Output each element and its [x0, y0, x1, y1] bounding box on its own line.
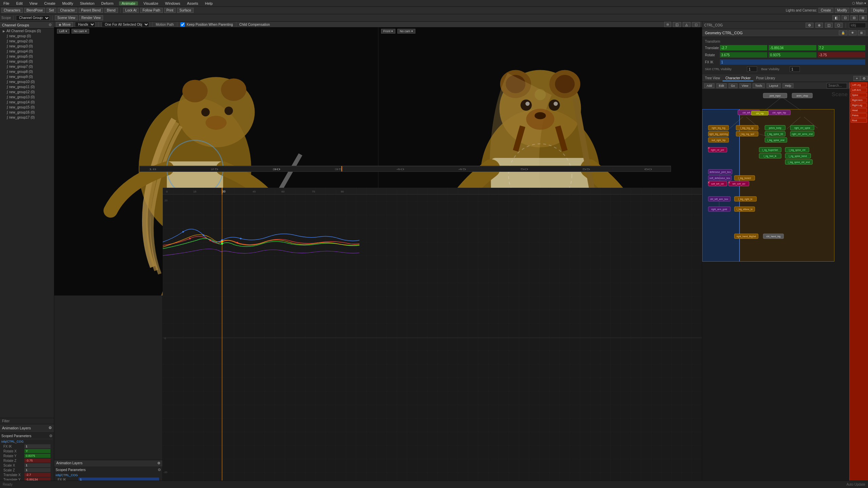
list-item[interactable]: ∫ new_group16 (0) — [0, 110, 54, 115]
viewport-icon-2[interactable]: ◫ — [673, 22, 681, 27]
menu-animate[interactable]: Animate — [119, 1, 138, 5]
create-button[interactable]: Create — [818, 8, 833, 13]
geo-icon-expand[interactable]: ⊞ — [858, 30, 865, 35]
scoped-settings-icon[interactable]: ⚙ — [158, 468, 161, 472]
list-item[interactable]: ∫ new_group (0) — [0, 34, 54, 39]
left-cam-button[interactable]: Left ▾ — [57, 29, 70, 34]
list-item[interactable]: ∫ new_group12 (0) — [0, 89, 54, 95]
front-cam-button[interactable]: Front ▾ — [381, 29, 396, 34]
handle-mode-select[interactable]: Handle Mode — [75, 22, 95, 27]
characters-button[interactable]: Characters — [1, 8, 23, 13]
list-item[interactable]: ∫ new_group14 (0) — [0, 100, 54, 105]
list-item[interactable]: ∫ new_group17 (0) — [0, 115, 54, 120]
anim-layers-bottom-settings[interactable]: ⚙ — [157, 461, 160, 465]
menu-skeleton[interactable]: Skeleton — [79, 1, 96, 5]
channel-groups-settings[interactable]: ⚙ — [48, 23, 52, 27]
right-icon-1[interactable]: ⚙ — [806, 23, 813, 28]
list-item[interactable]: ∫ new_group5 (0) — [0, 54, 54, 59]
character-button[interactable]: Character — [58, 8, 77, 13]
scene-view-tab[interactable]: Scene View — [55, 15, 78, 20]
rotate-y-field[interactable]: 0.9375 — [769, 52, 816, 58]
tab-charpicker[interactable]: Character Picker — [723, 76, 753, 81]
menu-visualize[interactable]: Visualize — [142, 1, 160, 5]
node-graph[interactable]: Add Edit Go View Tools Layout Help ⊕ ⊟ S… — [702, 82, 868, 488]
node-graph-add[interactable]: + — [853, 76, 860, 81]
node-go-btn[interactable]: Go — [729, 83, 737, 88]
one-for-all-select[interactable]: One For All Selected Objects — [102, 22, 149, 27]
list-item[interactable]: ∫ new_group11 (0) — [0, 84, 54, 89]
move-button[interactable]: ◈ Move — [56, 22, 73, 27]
fxik-field[interactable]: 1 — [720, 59, 865, 65]
skirt-val-input[interactable] — [747, 66, 757, 72]
left-nocam-button[interactable]: No cam ▾ — [72, 29, 90, 34]
cam-icon-2[interactable]: ⊡ — [842, 15, 849, 20]
blendpose-button[interactable]: BlendPose — [24, 8, 45, 13]
menu-help[interactable]: Help — [204, 1, 214, 5]
cam-icon-1[interactable]: ◧ — [832, 15, 840, 20]
menu-edit[interactable]: Edit — [15, 1, 24, 5]
render-view-tab[interactable]: Render View — [79, 15, 103, 20]
anim-layers-settings-icon[interactable]: ⚙ — [48, 426, 52, 430]
node-view-btn[interactable]: View — [739, 83, 751, 88]
node-tools-btn[interactable]: Tools — [753, 83, 765, 88]
bear-val-input[interactable] — [790, 66, 800, 72]
channel-groups-select[interactable]: Channel Groups — [16, 15, 50, 21]
node-help-btn[interactable]: Help — [783, 83, 794, 88]
search-input-right[interactable] — [849, 23, 866, 28]
display-button[interactable]: Display — [851, 8, 867, 13]
translate-y-field[interactable]: -5.89134 — [769, 45, 816, 50]
translate-z-field[interactable]: 7.2 — [818, 45, 865, 50]
set-button[interactable]: Set — [46, 8, 56, 13]
node-search[interactable] — [827, 83, 847, 88]
follow-path-button[interactable]: Follow Path — [140, 8, 162, 13]
menu-modify[interactable]: Modify — [61, 1, 74, 5]
cam-icon-4[interactable]: ⊞ — [859, 15, 867, 20]
tab-treeview[interactable]: Tree View — [702, 76, 723, 81]
menu-file[interactable]: File — [2, 1, 11, 5]
blend-button[interactable]: Blend — [104, 8, 118, 13]
tab-poselibrary[interactable]: Pose Library — [753, 76, 778, 81]
viewport-icon-1[interactable]: ⧈ — [664, 22, 671, 27]
modify-button[interactable]: Modify — [835, 8, 849, 13]
list-item[interactable]: ∫ new_group13 (0) — [0, 95, 54, 100]
node-edit-btn[interactable]: Edit — [716, 83, 727, 88]
list-item[interactable]: ∫ new_group8 (0) — [0, 69, 54, 74]
list-item[interactable]: ∫ new_group10 (0) — [0, 79, 54, 84]
rotate-z-field[interactable]: -3.75 — [818, 52, 865, 58]
list-item[interactable]: ▶ All Channel Groups (0) — [0, 28, 54, 34]
menu-view[interactable]: View — [28, 1, 39, 5]
surface-button[interactable]: Surface — [177, 8, 193, 13]
right-icon-2[interactable]: ⊕ — [815, 23, 823, 28]
menu-windows[interactable]: Windows — [164, 1, 182, 5]
list-item[interactable]: ∫ new_group7 (0) — [0, 64, 54, 69]
parent-blend-button[interactable]: Parent Blend — [79, 8, 103, 13]
right-icon-4[interactable]: ⬡ — [835, 23, 843, 28]
lock-at-button[interactable]: Lock At — [123, 8, 139, 13]
right-nocam-button[interactable]: No cam ▾ — [397, 29, 415, 34]
node-graph-settings[interactable]: ⚙ — [860, 76, 868, 81]
node-add-btn[interactable]: Add — [704, 83, 714, 88]
list-item[interactable]: ∫ new_group6 (0) — [0, 59, 54, 64]
geo-icon-eye[interactable]: 👁 — [849, 30, 856, 35]
list-item[interactable]: ∫ new_group2 (0) — [0, 39, 54, 44]
translate-x-field[interactable]: -2.7 — [720, 45, 767, 50]
list-item[interactable]: ∫ new_group3 (0) — [0, 44, 54, 49]
menu-deform[interactable]: Deform — [100, 1, 115, 5]
rotate-x-field[interactable]: 3.675 — [720, 52, 767, 58]
keep-position-checkbox[interactable] — [180, 22, 185, 27]
node-layout-btn[interactable]: Layout — [767, 83, 781, 88]
cam-icon-3[interactable]: ⊟ — [850, 15, 858, 20]
right-icon-3[interactable]: ◫ — [825, 23, 833, 28]
scoped-params-settings[interactable]: ⚙ — [49, 434, 53, 438]
viewport-icon-4[interactable]: ◻ — [692, 22, 700, 27]
viewport-icon-3[interactable]: ◬ — [683, 22, 690, 27]
menu-create[interactable]: Create — [43, 1, 57, 5]
list-item[interactable]: ∫ new_group15 (0) — [0, 105, 54, 110]
menu-assets[interactable]: Assets — [185, 1, 199, 5]
print-button[interactable]: Print — [164, 8, 176, 13]
graph-panel[interactable]: 0 15 30 45 60 75 90 — [163, 188, 702, 488]
list-item[interactable]: ∫ new_group9 (0) — [0, 74, 54, 79]
geo-icon-lock[interactable]: 🔒 — [839, 30, 847, 35]
timeline-ruler[interactable]: 18 25 30 35 40 45 50 55 60 — [139, 166, 671, 172]
list-item[interactable]: ∫ new_group4 (0) — [0, 49, 54, 54]
